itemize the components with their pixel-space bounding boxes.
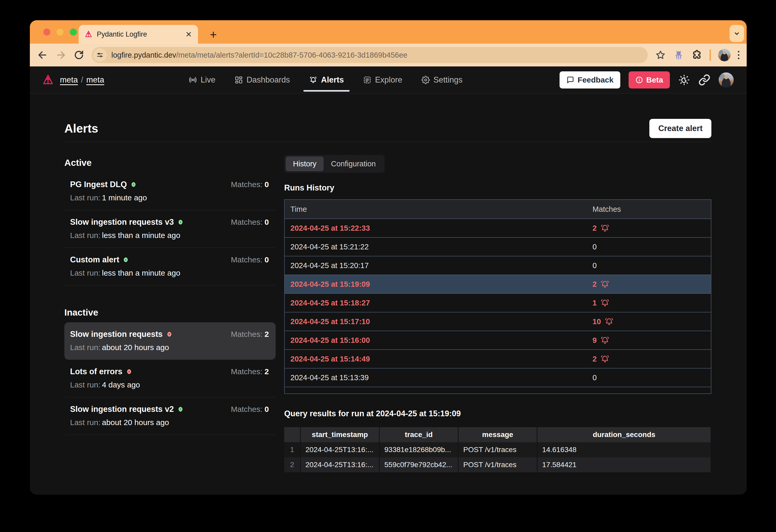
header-actions: Feedback Beta [560, 71, 734, 88]
alert-list-item[interactable]: Custom alertMatches:0Last run:less than … [64, 248, 275, 286]
maximize-window-button[interactable] [70, 28, 77, 35]
divider [64, 142, 711, 142]
browser-tab[interactable]: Pydantic Logfire [79, 25, 198, 44]
query-results-table: start_timestamptrace_idmessageduration_s… [284, 427, 711, 472]
nav-item-settings[interactable]: Settings [421, 66, 462, 93]
query-cell-duration_seconds: 14.616348 [538, 442, 711, 457]
url-path: /meta/meta/alerts?alertId=10c28b87-5706-… [176, 51, 407, 59]
browser-window: Pydantic Logfire + logfire.pydantic.dev/… [30, 20, 747, 495]
create-alert-button[interactable]: Create alert [649, 119, 711, 138]
last-run-label: Last run: [70, 418, 101, 427]
breadcrumb: meta / meta [60, 75, 104, 84]
last-run-label: Last run: [70, 193, 101, 202]
nav-item-alerts[interactable]: Alerts [309, 66, 344, 93]
browser-titlebar: Pydantic Logfire + [30, 20, 747, 44]
runs-history-row[interactable]: 2024-04-25 at 15:13:390 [285, 368, 711, 387]
browser-menu-icon[interactable] [738, 51, 739, 59]
browser-profile-avatar[interactable] [718, 49, 731, 61]
alert-list-item[interactable]: Slow ingestion requests v2Matches:0Last … [64, 397, 275, 435]
runs-history-row[interactable]: 2024-04-25 at 15:18:271 [285, 293, 711, 312]
runs-table-header: Time Matches [285, 200, 711, 218]
runs-table-body: 2024-04-25 at 15:22:3322024-04-25 at 15:… [285, 218, 711, 387]
alert-matches: Matches:0 [231, 180, 269, 189]
runs-history-row[interactable]: 2024-04-25 at 15:22:332 [285, 218, 711, 237]
run-time: 2024-04-25 at 15:17:10 [285, 317, 592, 326]
query-cell-message: POST /v1/traces [458, 457, 538, 472]
alert-item-header: Slow ingestion requests v3Matches:0 [70, 217, 269, 227]
nav-item-live[interactable]: Live [189, 66, 215, 93]
alert-name: Lots of errors [70, 367, 123, 376]
query-column-header: trace_id [380, 427, 458, 442]
matches-value: 0 [264, 180, 269, 189]
reload-button[interactable] [73, 49, 84, 60]
status-error-icon [127, 369, 131, 374]
last-run-value: less than a minute ago [102, 231, 180, 239]
query-row-index: 2 [284, 457, 301, 472]
run-matches-value: 10 [592, 317, 601, 326]
tab-configuration[interactable]: Configuration [324, 157, 383, 171]
breadcrumb-project-link[interactable]: meta [86, 75, 104, 84]
nav-label: Settings [433, 75, 462, 84]
runs-history-row[interactable]: 2024-04-25 at 15:21:220 [285, 237, 711, 256]
alerts-sidebar: Active PG Ingest DLQMatches:0Last run:1 … [64, 155, 275, 435]
tab-search-button[interactable] [730, 25, 744, 42]
extensions-puzzle-icon[interactable] [692, 49, 702, 60]
back-button[interactable] [37, 49, 48, 60]
matches-value: 0 [264, 218, 269, 226]
matches-label: Matches: [231, 180, 263, 189]
active-alerts-list: PG Ingest DLQMatches:0Last run:1 minute … [64, 173, 275, 286]
runs-history-heading: Runs History [284, 183, 711, 193]
run-time: 2024-04-25 at 15:21:22 [285, 243, 592, 251]
tab-history[interactable]: History [286, 157, 324, 171]
bookmark-star-icon[interactable] [655, 49, 666, 60]
beta-badge-button[interactable]: Beta [629, 71, 670, 88]
nav-item-dashboards[interactable]: Dashboards [235, 66, 290, 93]
alert-list-item[interactable]: Lots of errorsMatches:2Last run:4 days a… [64, 360, 275, 397]
query-cell-start_timestamp: 2024-04-25T13:16:... [301, 457, 380, 472]
new-tab-button[interactable]: + [206, 27, 220, 41]
theme-toggle-sun-moon-icon[interactable] [678, 74, 690, 86]
share-link-icon[interactable] [699, 74, 710, 86]
close-window-button[interactable] [43, 28, 50, 35]
purple-cat-extension-icon[interactable] [673, 49, 684, 60]
breadcrumb-org-link[interactable]: meta [60, 75, 78, 84]
close-tab-icon[interactable] [185, 31, 192, 38]
alert-last-run: Last run:less than a minute ago [70, 231, 269, 240]
runs-history-row[interactable]: 2024-04-25 at 15:17:1010 [285, 312, 711, 331]
minimize-window-button[interactable] [56, 28, 63, 35]
url-bar[interactable]: logfire.pydantic.dev/meta/meta/alerts?al… [91, 47, 648, 63]
alert-matches: Matches:2 [231, 330, 269, 339]
gear-icon [421, 76, 430, 84]
last-run-value: 4 days ago [102, 380, 140, 389]
time-column-header: Time [285, 205, 592, 214]
alert-list-item[interactable]: Slow ingestion requests v3Matches:0Last … [64, 210, 275, 248]
alert-list-item[interactable]: Slow ingestion requestsMatches:2Last run… [64, 322, 275, 360]
matches-label: Matches: [231, 255, 263, 264]
nav-label: Dashboards [246, 75, 290, 84]
runs-history-row[interactable]: 2024-04-25 at 15:20:170 [285, 256, 711, 275]
alerts-page: Alerts Create alert Active PG Ingest DLQ… [30, 119, 747, 472]
forward-button[interactable] [55, 49, 66, 60]
alert-name: PG Ingest DLQ [70, 180, 127, 189]
bell-icon [600, 354, 610, 364]
last-run-label: Last run: [70, 343, 101, 352]
logfire-logo-icon[interactable] [42, 74, 54, 86]
run-time: 2024-04-25 at 15:16:00 [285, 336, 592, 345]
last-run-value: about 20 hours ago [102, 343, 169, 352]
runs-history-row[interactable]: 2024-04-25 at 15:16:009 [285, 331, 711, 349]
nav-item-explore[interactable]: Explore [363, 66, 402, 93]
site-settings-icon[interactable] [93, 48, 107, 62]
matches-value: 2 [264, 367, 269, 376]
runs-history-row[interactable]: 2024-04-25 at 15:14:492 [285, 349, 711, 368]
query-results-heading: Query results for run at 2024-04-25 at 1… [284, 409, 711, 418]
logfire-logo-icon [84, 30, 92, 38]
alert-last-run: Last run:less than a minute ago [70, 269, 269, 278]
bell-icon [600, 336, 610, 345]
runs-history-row[interactable]: 2024-04-25 at 15:19:092 [285, 275, 711, 293]
alert-list-item[interactable]: PG Ingest DLQMatches:0Last run:1 minute … [64, 173, 275, 210]
alert-item-header: Custom alertMatches:0 [70, 255, 269, 264]
run-matches: 0 [592, 243, 711, 251]
last-run-value: less than a minute ago [102, 269, 180, 277]
user-avatar[interactable] [719, 72, 734, 87]
feedback-button[interactable]: Feedback [560, 71, 620, 88]
